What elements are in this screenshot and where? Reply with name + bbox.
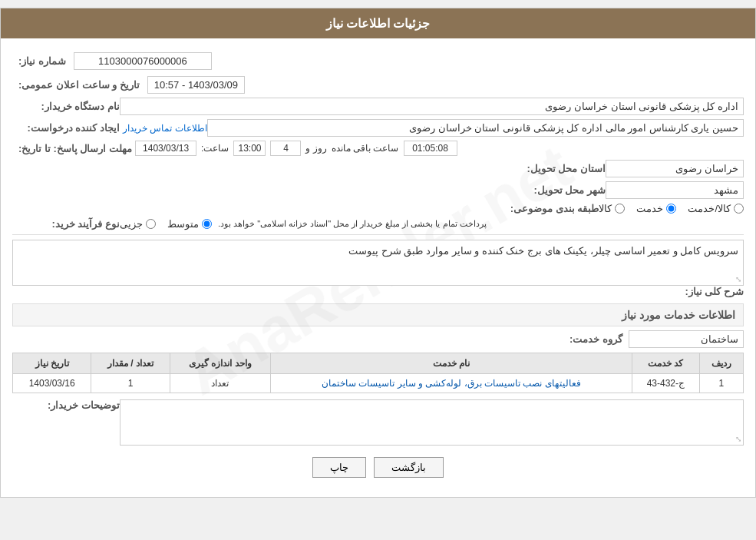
service-group-value: ساختمان: [629, 330, 744, 348]
col-service-code: کد خدمت: [632, 353, 699, 374]
cell-date: 1403/03/16: [13, 374, 91, 393]
province-value: خراسان رضوی: [606, 160, 744, 177]
cell-service-code: ج-432-43: [632, 374, 699, 393]
back-button[interactable]: بازگشت: [374, 457, 444, 478]
announce-value: 1403/03/09 - 10:57: [147, 76, 245, 94]
city-label: شهر محل تحویل:: [498, 184, 606, 196]
category-radio-group: کالا/خدمت خدمت کالا: [599, 203, 744, 214]
need-desc-label: شرح کلی نیاز:: [636, 286, 744, 297]
purchase-type-note: پرداخت تمام یا بخشی از مبلغ خریدار از مح…: [218, 219, 487, 229]
deadline-days: 4: [270, 141, 301, 156]
need-description-box: سرویس کامل و تعمیر اساسی چیلر، یکینک های…: [12, 240, 744, 286]
need-number-label: شماره نیاز:: [12, 55, 66, 67]
service-group-label: گروه خدمت:: [515, 333, 622, 345]
deadline-label: مهلت ارسال پاسخ: تا تاریخ:: [12, 143, 132, 154]
buyer-org-label: نام دستگاه خریدار:: [12, 101, 120, 112]
print-button[interactable]: چاپ: [312, 457, 366, 478]
category-label: طبقه بندی موضوعی:: [491, 203, 599, 214]
col-unit: واحد اندازه گیری: [170, 353, 270, 374]
deadline-days-label: روز و: [305, 143, 326, 154]
buyer-notes-box: ⤡: [120, 399, 744, 446]
col-quantity: تعداد / مقدار: [91, 353, 170, 374]
cell-unit: تعداد: [170, 374, 270, 393]
announce-label: تاریخ و ساعت اعلان عمومی:: [12, 79, 140, 91]
category-kala[interactable]: کالا: [599, 203, 625, 214]
page-title: جزئیات اطلاعات نیاز: [326, 17, 431, 30]
col-service-name: نام خدمت: [270, 353, 632, 374]
services-section-header: اطلاعات خدمات مورد نیاز: [12, 303, 744, 326]
category-kala-khedmat[interactable]: کالا/خدمت: [688, 203, 744, 214]
remaining-time: 01:05:08: [404, 141, 457, 156]
deadline-time-label: ساعت:: [201, 143, 229, 154]
col-date: تاریخ نیاز: [13, 353, 91, 374]
deadline-date: 1403/03/13: [135, 141, 196, 156]
resize-icon: ⤡: [735, 275, 741, 283]
col-rownum: ردیف: [699, 353, 743, 374]
province-label: استان محل تحویل:: [498, 163, 606, 174]
creator-value: حسین یاری کارشناس امور مالی اداره کل پزش…: [207, 119, 744, 137]
table-row: 1ج-432-43فعالیتهای نصب تاسیسات برق، لوله…: [13, 374, 744, 393]
need-number-value: 1103000076000006: [74, 52, 212, 70]
creator-label: ایجاد کننده درخواست:: [12, 122, 120, 134]
bottom-buttons: بازگشت چاپ: [12, 457, 744, 478]
city-value: مشهد: [606, 181, 744, 199]
purchase-type-radio-group: متوسط جزیی: [120, 218, 212, 230]
cell-rownum: 1: [699, 374, 743, 393]
category-khedmat[interactable]: خدمت: [636, 203, 676, 214]
buyer-notes-label: توضیحات خریدار:: [12, 399, 120, 411]
deadline-time: 13:00: [233, 141, 266, 156]
buyer-org-value: اداره کل پزشکی قانونی استان خراسان رضوی: [120, 98, 744, 115]
creator-contact-link[interactable]: اطلاعات تماس خریدار: [123, 123, 207, 134]
purchase-jozi[interactable]: جزیی: [120, 218, 156, 230]
resize-icon-notes: ⤡: [735, 435, 741, 443]
remaining-label: ساعت باقی مانده: [332, 143, 399, 154]
need-desc-value: سرویس کامل و تعمیر اساسی چیلر، یکینک های…: [348, 245, 738, 257]
page-header: جزئیات اطلاعات نیاز: [1, 8, 755, 38]
cell-service-name: فعالیتهای نصب تاسیسات برق، لوله‌کشی و سا…: [270, 374, 632, 393]
services-table: ردیف کد خدمت نام خدمت واحد اندازه گیری ت…: [12, 353, 744, 393]
purchase-motevaset[interactable]: متوسط: [167, 218, 212, 230]
cell-quantity: 1: [91, 374, 170, 393]
purchase-type-label: نوع فرآیند خرید:: [12, 218, 120, 230]
